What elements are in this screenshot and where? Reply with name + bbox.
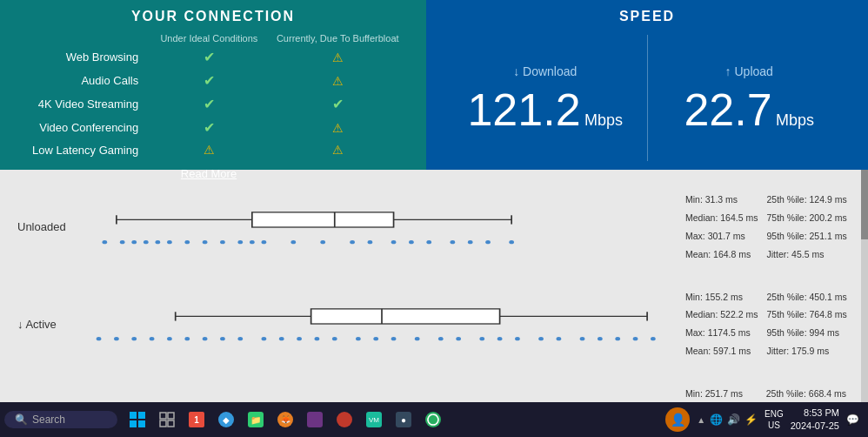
svg-point-28 xyxy=(97,337,102,340)
svg-point-47 xyxy=(456,337,461,340)
latency-section: UnloadedMin: 31.3 msMedian: 164.5 msMax:… xyxy=(0,170,868,437)
svg-text:◆: ◆ xyxy=(223,415,230,425)
svg-rect-99 xyxy=(160,420,166,427)
app-icon-3[interactable]: 📁 xyxy=(242,406,270,434)
check-icon: ✔ xyxy=(204,97,215,111)
svg-point-10 xyxy=(250,240,255,244)
col-header-label xyxy=(17,31,151,45)
taskbar: 🔍 Search 1 xyxy=(0,402,868,437)
svg-rect-96 xyxy=(138,420,145,427)
connection-row-label: Audio Calls xyxy=(17,69,151,92)
date-text: 2024-07-25 xyxy=(791,420,839,433)
svg-point-51 xyxy=(538,337,544,340)
app-icon-9[interactable] xyxy=(419,406,447,434)
speed-title: SPEED xyxy=(444,9,851,24)
svg-text:VM: VM xyxy=(369,416,379,424)
svg-rect-98 xyxy=(168,413,174,419)
svg-point-5 xyxy=(167,240,172,244)
svg-point-15 xyxy=(368,240,373,244)
tray-icon-network: 🌐 xyxy=(710,413,723,426)
svg-point-55 xyxy=(615,337,620,340)
app-icon-2[interactable]: ◆ xyxy=(212,406,240,434)
svg-rect-61 xyxy=(311,309,500,324)
app-icon-1[interactable]: 1 xyxy=(183,406,210,434)
stat-max: Max: 301.7 ms xyxy=(685,228,758,245)
stat-median: Median: 164.5 ms xyxy=(685,210,758,226)
svg-rect-109 xyxy=(307,412,323,427)
stat-p95: 95th %ile: 251.1 ms xyxy=(766,228,846,245)
stat-min: Min: 251.7 ms xyxy=(685,386,758,402)
svg-rect-93 xyxy=(130,412,137,419)
col-header-current: Currently, Due To Bufferbloat xyxy=(267,31,410,45)
svg-point-9 xyxy=(237,240,243,244)
stat-min: Min: 31.3 ms xyxy=(685,192,758,208)
connection-row-current: ⚠ xyxy=(267,69,410,92)
svg-text:1: 1 xyxy=(194,415,199,425)
scrollbar[interactable] xyxy=(861,170,868,437)
svg-rect-97 xyxy=(160,413,166,419)
svg-point-53 xyxy=(580,337,585,340)
stat-p25: 25th %ile: 450.1 ms xyxy=(766,289,846,306)
svg-rect-100 xyxy=(168,420,174,427)
svg-point-42 xyxy=(356,337,361,340)
app-icon-7[interactable]: VM xyxy=(360,406,388,434)
search-bar[interactable]: 🔍 Search xyxy=(4,411,117,428)
check-icon: ✔ xyxy=(204,73,215,88)
connection-row: 4K Video Streaming✔✔ xyxy=(17,92,409,116)
download-value-row: 121.2 Mbps xyxy=(467,87,623,132)
app-icon-8[interactable]: ● xyxy=(390,406,417,434)
lang-text: ENG xyxy=(765,408,784,420)
svg-point-31 xyxy=(150,337,155,340)
svg-point-19 xyxy=(451,240,456,244)
svg-point-12 xyxy=(290,240,296,244)
svg-point-45 xyxy=(415,337,420,340)
warn-icon: ⚠ xyxy=(332,143,344,157)
notification-icon[interactable]: 💬 xyxy=(846,413,859,426)
app-icon-4[interactable]: 🦊 xyxy=(271,406,299,434)
connection-row-label: Video Conferencing xyxy=(17,116,151,139)
app-icon-6[interactable] xyxy=(331,406,358,434)
svg-point-39 xyxy=(297,337,302,340)
connection-row-label: 4K Video Streaming xyxy=(17,92,151,116)
svg-point-14 xyxy=(350,240,355,244)
connection-row: Web Browsing✔⚠ xyxy=(17,45,409,69)
warn-icon: ⚠ xyxy=(332,121,344,135)
svg-point-18 xyxy=(426,240,431,244)
stats-right: Min: 155.2 msMedian: 522.2 msMax: 1174.5… xyxy=(685,289,851,360)
check-icon: ✔ xyxy=(332,97,344,111)
svg-text:🦊: 🦊 xyxy=(281,414,291,425)
connection-row-label: Low Latency Gaming xyxy=(17,139,151,160)
check-icon: ✔ xyxy=(204,120,215,135)
read-more-link[interactable]: Read More xyxy=(181,167,237,180)
svg-point-110 xyxy=(337,412,352,427)
boxplot-container xyxy=(87,201,677,253)
connection-row-current: ⚠ xyxy=(267,139,410,160)
task-view-icon[interactable] xyxy=(153,406,181,434)
connection-row-ideal: ✔ xyxy=(151,116,266,139)
language-indicator[interactable]: ENG US xyxy=(765,408,784,431)
upload-value: 22.7 xyxy=(684,84,771,135)
app-icon-5[interactable] xyxy=(301,406,329,434)
scroll-thumb[interactable] xyxy=(861,170,868,239)
connection-row-current: ⚠ xyxy=(267,116,410,139)
left-panel: YOUR CONNECTION Under Ideal Conditions C… xyxy=(0,0,426,170)
stat-jitter: Jitter: 45.5 ms xyxy=(766,246,846,263)
clock[interactable]: 8:53 PM 2024-07-25 xyxy=(791,407,839,434)
stat-p25: 25th %ile: 668.4 ms xyxy=(766,386,851,402)
upload-unit: Mbps xyxy=(776,111,814,129)
windows-icon[interactable] xyxy=(124,406,151,434)
svg-point-38 xyxy=(279,337,284,340)
svg-point-40 xyxy=(315,337,320,340)
connection-table: Under Ideal Conditions Currently, Due To… xyxy=(17,31,409,160)
tray-up-arrow[interactable]: ▲ xyxy=(697,415,705,425)
svg-point-22 xyxy=(509,240,514,244)
svg-point-36 xyxy=(237,337,243,340)
download-unit: Mbps xyxy=(584,111,623,129)
svg-point-48 xyxy=(479,337,484,340)
user-avatar[interactable]: 👤 xyxy=(665,407,690,432)
check-icon: ✔ xyxy=(204,50,215,64)
search-text: Search xyxy=(32,413,65,426)
latency-label: Unloaded xyxy=(17,220,87,233)
warn-icon: ⚠ xyxy=(332,50,344,64)
svg-point-8 xyxy=(220,240,225,244)
